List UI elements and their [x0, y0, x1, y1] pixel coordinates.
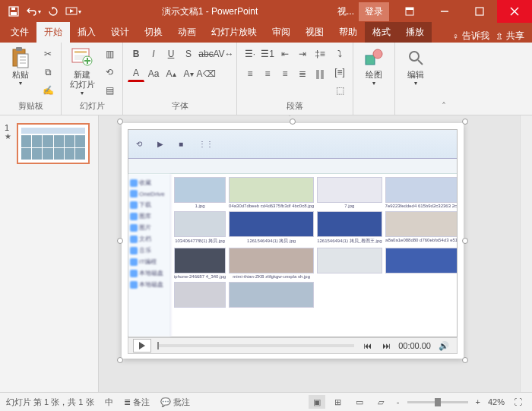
svg-rect-17 [74, 51, 87, 53]
spacing-button[interactable]: AV↔ [215, 46, 232, 62]
sign-in-button[interactable]: 登录 [359, 2, 389, 21]
share-button[interactable]: ⇫共享 [496, 30, 524, 43]
numbering-button[interactable]: ☰1 [259, 46, 276, 62]
rotate-handle-icon[interactable]: ⟳ [287, 115, 294, 119]
ribbon-tabs: 文件 开始 插入 设计 切换 动画 幻灯片放映 审阅 视图 帮助 格式 播放 ♀… [0, 23, 532, 43]
zoom-slider[interactable] [407, 401, 468, 403]
resize-handle[interactable] [462, 119, 468, 125]
align-text-button[interactable]: [≡] [331, 64, 348, 81]
find-icon [404, 46, 428, 70]
zoom-percent[interactable]: 42% [488, 397, 505, 406]
resize-handle[interactable] [462, 357, 468, 363]
resize-handle[interactable] [117, 238, 123, 244]
close-icon[interactable] [497, 0, 532, 23]
tab-animations[interactable]: 动画 [170, 22, 204, 43]
undo-icon[interactable]: ▾ [24, 2, 43, 21]
resize-handle[interactable] [462, 238, 468, 244]
cut-icon[interactable]: ✂ [40, 46, 56, 62]
slide-canvas[interactable]: ⟳ ⟲▶■⋮⋮ 收藏OneDrive下载图库图片文档音乐IT编程本地磁盘本地磁盘 [99, 115, 532, 392]
section-icon[interactable]: ▤ [101, 82, 118, 99]
slideshow-start-icon[interactable]: ▾ [64, 2, 82, 21]
layout-icon[interactable]: ▥ [101, 46, 118, 62]
format-painter-icon[interactable]: ✍ [40, 82, 56, 99]
redo-icon[interactable] [44, 2, 62, 21]
italic-button[interactable]: I [145, 46, 162, 62]
tab-help[interactable]: 帮助 [331, 22, 365, 43]
window-title: 演示文稿1 - PowerPoint [82, 5, 337, 18]
shrink-font-button[interactable]: A▾ [180, 65, 197, 82]
text-direction-button[interactable]: ⤵ [331, 46, 348, 62]
sorter-view-icon[interactable]: ⊞ [330, 395, 347, 409]
play-button[interactable] [133, 339, 151, 353]
copy-icon[interactable]: ⧉ [40, 64, 56, 81]
slide-thumbnail-panel[interactable]: 1 ★ [0, 115, 99, 392]
group-label: 段落 [242, 99, 348, 113]
zoom-out-button[interactable]: - [394, 397, 403, 406]
tab-view[interactable]: 视图 [298, 22, 331, 43]
drawing-button[interactable]: 绘图▾ [358, 46, 390, 87]
change-case-button[interactable]: Aa [145, 65, 162, 82]
justify-button[interactable]: ≣ [294, 65, 311, 82]
bullets-button[interactable]: ☰· [242, 46, 258, 62]
language-indicator[interactable]: 中 [105, 397, 113, 408]
volume-icon[interactable]: 🔊 [435, 341, 452, 351]
maximize-icon[interactable] [462, 0, 497, 23]
minimize-icon[interactable] [427, 0, 462, 23]
comments-button[interactable]: 💬 批注 [160, 397, 190, 408]
paste-button[interactable]: 粘贴▾ [5, 46, 36, 87]
tab-file[interactable]: 文件 [3, 22, 36, 43]
collapse-ribbon-icon[interactable]: ˄ [436, 43, 451, 115]
tab-transitions[interactable]: 切换 [137, 22, 170, 43]
strike-button[interactable]: abc [198, 46, 214, 62]
video-object[interactable]: ⟲▶■⋮⋮ 收藏OneDrive下载图库图片文档音乐IT编程本地磁盘本地磁盘 1… [128, 129, 458, 337]
normal-view-icon[interactable]: ▣ [309, 395, 325, 409]
fit-window-icon[interactable]: ⛶ [509, 395, 526, 409]
reading-view-icon[interactable]: ▭ [351, 395, 368, 409]
reset-icon[interactable]: ⟲ [101, 64, 118, 81]
tab-design[interactable]: 设计 [103, 22, 137, 43]
slide-thumbnail[interactable]: 1 ★ [5, 123, 93, 164]
columns-button[interactable]: ‖‖ [312, 65, 328, 82]
resize-handle[interactable] [117, 119, 123, 125]
zoom-in-button[interactable]: + [473, 397, 483, 406]
frame-back-icon[interactable]: ⏮ [360, 341, 375, 350]
tab-insert[interactable]: 插入 [70, 22, 103, 43]
underline-button[interactable]: U [163, 46, 179, 62]
ribbon-options-icon[interactable] [392, 0, 427, 23]
embedded-toolbar [128, 159, 457, 174]
slideshow-view-icon[interactable]: ▱ [372, 395, 389, 409]
align-center-button[interactable]: ≡ [259, 65, 276, 82]
sidebar-item: 本地磁盘 [130, 279, 169, 290]
vertical-scrollbar[interactable] [520, 115, 532, 392]
slide-number: 1 [5, 123, 14, 132]
tab-playback[interactable]: 播放 [398, 22, 432, 43]
notes-button[interactable]: ≣ 备注 [124, 397, 150, 408]
grow-font-button[interactable]: A▴ [163, 65, 179, 82]
indent-dec-button[interactable]: ⇤ [277, 46, 293, 62]
editing-button[interactable]: 编辑▾ [400, 46, 432, 87]
font-color-button[interactable]: A [128, 65, 144, 82]
video-seek-track[interactable] [157, 344, 354, 347]
resize-handle[interactable] [290, 119, 296, 125]
clear-format-button[interactable]: A⌫ [198, 65, 214, 82]
tab-slideshow[interactable]: 幻灯片放映 [204, 22, 264, 43]
smartart-button[interactable]: ⬚ [331, 82, 348, 99]
shadow-button[interactable]: S [180, 46, 197, 62]
file-thumbnail: 7e9223fedded4 615b9d2c32363 2cf8e1.jpg [385, 177, 457, 208]
indent-inc-button[interactable]: ⇥ [294, 46, 311, 62]
save-icon[interactable] [5, 2, 23, 21]
sidebar-item: 图库 [130, 210, 169, 222]
resize-handle[interactable] [117, 357, 123, 363]
bold-button[interactable]: B [128, 46, 144, 62]
slide-counter[interactable]: 幻灯片 第 1 张，共 1 张 [6, 397, 94, 408]
align-right-button[interactable]: ≡ [277, 65, 293, 82]
tell-me-button[interactable]: ♀告诉我 [452, 30, 489, 43]
tab-format[interactable]: 格式 [365, 22, 398, 43]
tab-review[interactable]: 审阅 [264, 22, 298, 43]
embedded-window-header: ⟲▶■⋮⋮ [128, 130, 457, 159]
align-left-button[interactable]: ≡ [242, 65, 258, 82]
line-spacing-button[interactable]: ‡≡ [312, 46, 328, 62]
tab-home[interactable]: 开始 [36, 22, 70, 43]
frame-forward-icon[interactable]: ⏭ [379, 341, 394, 350]
new-slide-button[interactable]: 新建 幻灯片▾ [66, 46, 98, 97]
